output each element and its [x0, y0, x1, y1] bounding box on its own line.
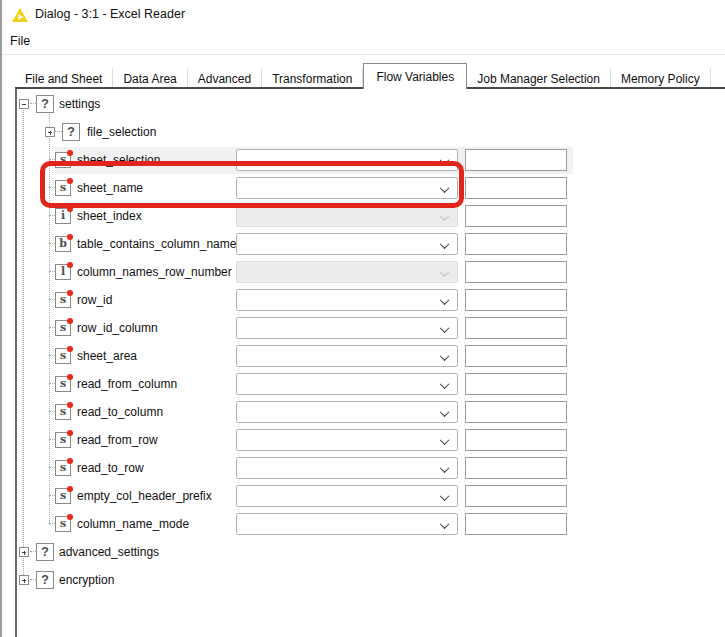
variable-combobox-column_name_mode[interactable] — [236, 513, 458, 535]
variable-type-s-icon: s — [55, 348, 71, 364]
variable-type-letter: s — [60, 377, 66, 390]
variable-combobox-read_from_column[interactable] — [236, 373, 458, 395]
variable-name-field-read_from_row[interactable] — [465, 429, 567, 451]
variable-type-letter: s — [60, 489, 66, 502]
variable-name-field-sheet_index[interactable] — [465, 205, 567, 227]
variable-type-s-icon: s — [55, 404, 71, 420]
variable-type-letter: s — [60, 349, 66, 362]
variable-type-s-icon: s — [55, 376, 71, 392]
chevron-down-icon — [440, 323, 450, 333]
chevron-down-icon — [440, 211, 450, 221]
tree-row-read_to_column[interactable]: sread_to_column — [2, 398, 725, 426]
variable-combobox-sheet_selection[interactable] — [236, 149, 458, 171]
tree-row-sheet_name[interactable]: ssheet_name — [2, 174, 725, 202]
variable-name-field-empty_col_header_prefix[interactable] — [465, 485, 567, 507]
tree-node-label: column_names_row_number — [77, 258, 232, 286]
variable-red-dot — [67, 458, 73, 464]
tree-row-table_contains_column_names[interactable]: btable_contains_column_names — [2, 230, 725, 258]
variable-type-letter: s — [60, 153, 66, 166]
variable-name-field-read_from_column[interactable] — [465, 373, 567, 395]
tree-row-row_id[interactable]: srow_id — [2, 286, 725, 314]
variable-name-field-row_id_column[interactable] — [465, 317, 567, 339]
variable-combobox-table_contains_column_names[interactable] — [236, 233, 458, 255]
variable-red-dot — [67, 178, 73, 184]
tree-row-read_from_column[interactable]: sread_from_column — [2, 370, 725, 398]
variable-type-s-icon: s — [55, 180, 71, 196]
variable-type-s-icon: s — [55, 152, 71, 168]
tree-row-read_from_row[interactable]: sread_from_row — [2, 426, 725, 454]
variable-combobox-sheet_name[interactable] — [236, 177, 458, 199]
variable-combobox-sheet_area[interactable] — [236, 345, 458, 367]
tree-row-settings[interactable]: ?settings — [2, 90, 725, 118]
group-question-icon: ? — [36, 543, 54, 561]
variable-combobox-row_id[interactable] — [236, 289, 458, 311]
tree-row-column_name_mode[interactable]: scolumn_name_mode — [2, 510, 725, 538]
tree-node-label: file_selection — [87, 118, 156, 146]
tree-node-label: row_id_column — [77, 314, 158, 342]
chevron-down-icon — [440, 183, 450, 193]
flow-variable-tree: ?settings?file_selectionssheet_selection… — [2, 0, 725, 637]
tree-row-advanced_settings[interactable]: ?advanced_settings — [2, 538, 725, 566]
variable-type-s-icon: s — [55, 516, 71, 532]
variable-name-field-read_to_column[interactable] — [465, 401, 567, 423]
variable-name-field-column_names_row_number[interactable] — [465, 261, 567, 283]
variable-red-dot — [67, 290, 73, 296]
variable-red-dot — [67, 150, 73, 156]
variable-type-letter: l — [61, 265, 65, 278]
chevron-down-icon — [440, 155, 450, 165]
chevron-down-icon — [440, 295, 450, 305]
tree-row-file_selection[interactable]: ?file_selection — [2, 118, 725, 146]
variable-combobox-read_to_column[interactable] — [236, 401, 458, 423]
collapse-toggle-icon[interactable] — [19, 99, 29, 109]
variable-name-field-column_name_mode[interactable] — [465, 513, 567, 535]
tree-node-label: table_contains_column_names — [77, 230, 242, 258]
tree-node-label: sheet_selection — [77, 146, 160, 174]
tree-node-label: settings — [59, 90, 100, 118]
variable-combobox-read_from_row[interactable] — [236, 429, 458, 451]
tree-node-label: row_id — [77, 286, 112, 314]
tree-node-label: advanced_settings — [59, 538, 159, 566]
tree-node-label: sheet_area — [77, 342, 137, 370]
variable-name-field-sheet_area[interactable] — [465, 345, 567, 367]
expand-toggle-icon[interactable] — [19, 547, 29, 557]
tree-row-encryption[interactable]: ?encryption — [2, 566, 725, 594]
variable-red-dot — [67, 318, 73, 324]
tree-row-column_names_row_number[interactable]: lcolumn_names_row_number — [2, 258, 725, 286]
tree-row-sheet_index[interactable]: isheet_index — [2, 202, 725, 230]
chevron-down-icon — [440, 267, 450, 277]
variable-red-dot — [67, 234, 73, 240]
chevron-down-icon — [440, 407, 450, 417]
variable-combobox-empty_col_header_prefix[interactable] — [236, 485, 458, 507]
expand-toggle-icon[interactable] — [45, 127, 55, 137]
variable-name-field-sheet_name[interactable] — [465, 177, 567, 199]
tree-row-row_id_column[interactable]: srow_id_column — [2, 314, 725, 342]
variable-name-field-read_to_row[interactable] — [465, 457, 567, 479]
chevron-down-icon — [440, 239, 450, 249]
tab-flow-variables[interactable]: Flow Variables — [363, 63, 467, 89]
tree-row-sheet_selection[interactable]: ssheet_selection — [2, 146, 725, 174]
variable-combobox-row_id_column[interactable] — [236, 317, 458, 339]
tree-node-label: read_to_row — [77, 454, 144, 482]
tree-node-label: read_to_column — [77, 398, 163, 426]
variable-type-letter: s — [60, 293, 66, 306]
variable-red-dot — [67, 430, 73, 436]
expand-toggle-icon[interactable] — [19, 575, 29, 585]
variable-combobox-column_names_row_number — [236, 261, 458, 283]
variable-name-field-table_contains_column_names[interactable] — [465, 233, 567, 255]
variable-red-dot — [67, 262, 73, 268]
tree-row-empty_col_header_prefix[interactable]: sempty_col_header_prefix — [2, 482, 725, 510]
variable-type-s-icon: s — [55, 292, 71, 308]
chevron-down-icon — [440, 351, 450, 361]
variable-type-letter: b — [59, 237, 67, 250]
variable-red-dot — [67, 402, 73, 408]
tree-row-read_to_row[interactable]: sread_to_row — [2, 454, 725, 482]
variable-type-letter: ? — [41, 96, 49, 111]
variable-red-dot — [67, 486, 73, 492]
variable-combobox-read_to_row[interactable] — [236, 457, 458, 479]
variable-type-letter: s — [60, 433, 66, 446]
variable-type-b-icon: b — [55, 236, 71, 252]
variable-type-letter: ? — [41, 572, 49, 587]
variable-name-field-row_id[interactable] — [465, 289, 567, 311]
tree-row-sheet_area[interactable]: ssheet_area — [2, 342, 725, 370]
variable-name-field-sheet_selection[interactable] — [465, 149, 567, 171]
